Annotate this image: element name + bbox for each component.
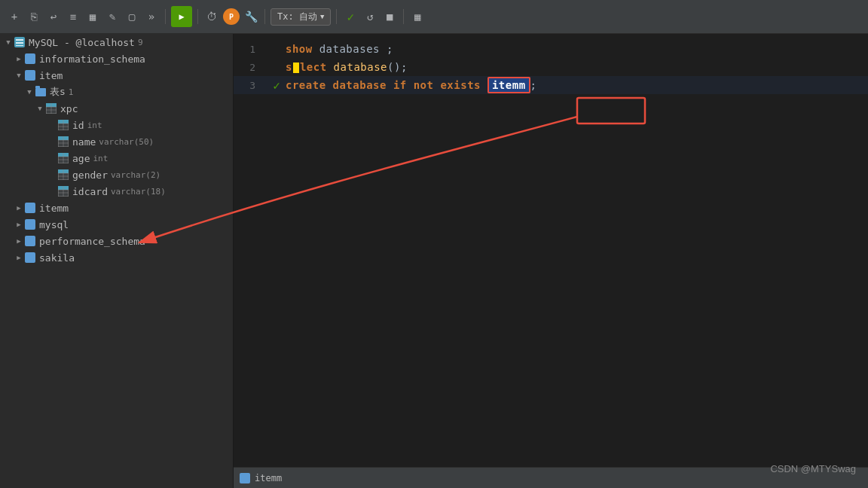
line-content-2: slect database(); [286,61,868,73]
db-icon-information-schema [24,53,36,65]
db-performance-schema[interactable]: performance_schema [0,233,233,249]
line-num-2: 2 [234,62,267,73]
db-icon-mysql [24,218,36,230]
db-icon-performance-schema [24,235,36,247]
server-icon [14,36,26,48]
table-xpc[interactable]: xpc [0,100,233,117]
col-type-age: int [93,154,108,163]
db-label-performance-schema: performance_schema [39,236,145,247]
svg-rect-3 [16,45,23,46]
menu-icon[interactable]: ≡ [65,8,81,25]
edit-icon[interactable]: ✎ [104,8,121,25]
stop-icon[interactable]: ■ [381,8,398,25]
gutter-3: ✓ [267,78,286,93]
db-item[interactable]: item [0,67,233,84]
col-name-name: name [72,136,96,148]
more-icon[interactable]: » [143,8,160,25]
grid-icon[interactable]: ▦ [84,8,101,25]
col-age[interactable]: age int [0,150,233,166]
col-type-idcard: varchar(18) [111,187,166,197]
add-icon[interactable]: + [6,8,23,25]
col-icon-name [57,136,69,148]
expand-mysql [14,219,24,230]
tx-dropdown[interactable]: Tx: 自动 ▼ [270,8,331,26]
db-information-schema[interactable]: information_schema [0,50,233,67]
col-type-gender: varchar(2) [111,170,160,180]
check-icon[interactable]: ✓ [342,8,359,25]
col-type-id: int [87,120,102,130]
col-icon-age [57,152,69,164]
line-num-3: 3 [234,80,267,91]
run-button[interactable]: ▶ [171,6,192,27]
separator-2 [197,9,198,24]
watermark: CSDN @MTYSwag [770,463,856,474]
col-name-gender: gender [72,169,108,181]
expand-itemm [14,203,24,213]
db-label-mysql: mysql [39,219,69,230]
status-db-icon [240,473,250,483]
line-content-3: create database if not exists itemm; [286,79,868,91]
tx-chevron: ▼ [320,13,324,20]
tables-label: 表s [50,85,66,99]
code-editor[interactable]: 1 show databases ; 2 slect database(); 3… [234,34,868,467]
db-itemm[interactable]: itemm [0,200,233,216]
leaf-age [47,153,57,163]
profile-icon[interactable]: P [223,8,240,25]
col-gender[interactable]: gender varchar(2) [0,166,233,183]
table-icon[interactable]: ▦ [409,8,426,25]
settings-icon[interactable]: 🔧 [243,8,259,25]
square-icon[interactable]: ▢ [124,8,140,25]
col-icon-gender [57,169,69,181]
line-content-1: show databases ; [286,43,868,55]
editor-area: 1 show databases ; 2 slect database(); 3… [234,34,868,488]
col-name-id: id [72,120,84,131]
highlighted-itemm: itemm [487,77,530,93]
col-idcard[interactable]: idcard varchar(18) [0,183,233,200]
main-layout: MySQL - @localhost 9 information_schema … [0,34,868,488]
toolbar: + ⎘ ↩ ≡ ▦ ✎ ▢ » ▶ ⏱ P 🔧 Tx: 自动 ▼ ✓ ↺ ■ ▦ [0,0,868,34]
col-name-idcard: idcard [72,186,108,197]
db-icon-item [24,69,36,81]
db-sakila[interactable]: sakila [0,249,233,266]
separator-4 [336,9,337,24]
col-type-name: varchar(50) [99,137,154,147]
expand-item [14,70,24,81]
separator-3 [264,9,265,24]
db-label-itemm: itemm [39,203,69,214]
server-expand-icon [3,37,14,47]
expand-performance-schema [14,236,24,246]
line-num-1: 1 [234,44,267,55]
refresh-icon[interactable]: ↺ [362,8,378,25]
expand-sakila [14,252,24,263]
svg-rect-1 [16,39,23,41]
col-id[interactable]: id int [0,117,233,133]
timer-icon[interactable]: ⏱ [203,8,220,25]
db-label-sakila: sakila [39,252,75,264]
leaf-name [47,136,57,147]
copy-icon[interactable]: ⎘ [26,8,42,25]
db-label-item: item [39,70,63,81]
server-root[interactable]: MySQL - @localhost 9 [0,34,233,50]
col-name[interactable]: name varchar(50) [0,133,233,150]
svg-rect-2 [16,42,23,44]
table-label-xpc: xpc [60,103,78,114]
code-line-3: 3 ✓ create database if not exists itemm; [234,76,868,94]
folder-icon-tables [35,86,47,98]
expand-xpc [35,103,45,114]
col-name-age: age [72,153,90,164]
tables-count: 1 [69,87,74,97]
leaf-idcard [47,186,57,197]
db-mysql[interactable]: mysql [0,216,233,233]
code-line-1: 1 show databases ; [234,40,868,58]
tables-folder[interactable]: 表s 1 [0,84,233,100]
expand-tables [24,87,35,97]
leaf-gender [47,169,57,180]
check-mark: ✓ [273,78,280,93]
expand-information-schema [14,53,24,64]
undo-icon[interactable]: ↩ [45,8,62,25]
tx-label: Tx: 自动 [277,11,317,23]
server-count: 9 [138,38,143,47]
sidebar: MySQL - @localhost 9 information_schema … [0,34,234,488]
db-icon-sakila [24,252,36,264]
status-db-label: itemm [255,473,282,483]
